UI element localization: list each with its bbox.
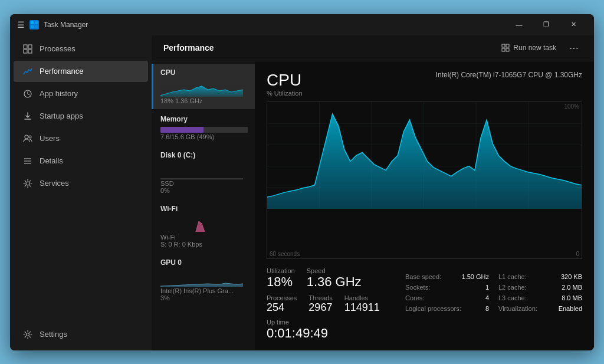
detail-header: CPU % Utilization Intel(R) Core(TM) i7-1… bbox=[267, 71, 582, 99]
users-icon bbox=[23, 134, 32, 143]
content-area: Processes Performance App history bbox=[10, 35, 594, 350]
disk-sub: SSD bbox=[160, 180, 248, 187]
device-item-memory[interactable]: CPU Memory 7.6/15.6 GB (49%) bbox=[152, 110, 255, 145]
sidebar-label-startup-apps: Startup apps bbox=[40, 112, 83, 120]
svg-point-10 bbox=[29, 136, 31, 138]
bottom-stats: Utilization 18% Speed 1.36 GHz bbox=[267, 267, 582, 341]
sidebar-item-details[interactable]: Details bbox=[14, 150, 148, 172]
utilization-value: 18% bbox=[267, 274, 295, 290]
sidebar-label-processes: Processes bbox=[40, 44, 76, 53]
details-icon bbox=[23, 156, 32, 166]
sidebar-label-performance: Performance bbox=[40, 67, 83, 76]
base-speed-row: Base speed: 1.50 GHz bbox=[405, 272, 489, 281]
svg-rect-16 bbox=[502, 44, 505, 47]
svg-point-15 bbox=[27, 333, 29, 336]
l3-row: L3 cache: 8.0 MB bbox=[498, 293, 582, 303]
device-item-gpu[interactable]: GPU 0 Intel(R) Iris(R) Plus Gra... 3% bbox=[152, 254, 255, 306]
utilization-label: Utilization bbox=[267, 267, 295, 274]
detail-subtitle: Intel(R) Core(TM) i7-1065G7 CPU @ 1.30GH… bbox=[436, 71, 582, 79]
minimize-button[interactable]: — bbox=[505, 15, 533, 34]
sockets-label: Sockets: bbox=[405, 284, 430, 291]
threads-value: 2967 bbox=[308, 301, 332, 314]
more-options-button[interactable]: ⋯ bbox=[566, 40, 582, 56]
svg-rect-3 bbox=[35, 25, 38, 28]
performance-icon bbox=[23, 67, 32, 76]
chart-time-label: 60 seconds bbox=[270, 251, 300, 257]
threads-block: Threads 2967 bbox=[308, 294, 332, 314]
l3-value: 8.0 MB bbox=[562, 294, 582, 301]
chart-max-label: 100% bbox=[564, 103, 579, 110]
wifi-sub: Wi-Fi bbox=[160, 234, 248, 241]
sidebar-label-users: Users bbox=[40, 134, 60, 143]
main-panel: Performance Run new task ⋯ bbox=[152, 35, 594, 350]
virtualization-value: Enabled bbox=[559, 305, 582, 312]
main-content: CPU bbox=[152, 61, 594, 350]
uptime-block: Up time 0:01:49:49 bbox=[267, 319, 405, 341]
l2-label: L2 cache: bbox=[498, 284, 527, 291]
svg-point-14 bbox=[26, 182, 29, 185]
virtualization-row: Virtualization: Enabled bbox=[498, 304, 582, 313]
wifi-value: S: 0 R: 0 Kbps bbox=[160, 241, 248, 248]
svg-rect-18 bbox=[502, 48, 505, 51]
sidebar-label-app-history: App history bbox=[40, 89, 78, 98]
bottom-left-stats: Utilization 18% Speed 1.36 GHz bbox=[267, 267, 405, 341]
processes-threads-handles-stats: Processes 254 Threads 2967 Handles 11491… bbox=[267, 294, 405, 314]
cpu-mini-chart bbox=[160, 79, 248, 97]
title-bar-left: ☰ Task Manager bbox=[17, 20, 505, 29]
detail-util-label: % Utilization bbox=[267, 90, 303, 97]
gpu-sub: Intel(R) Iris(R) Plus Gra... bbox=[160, 287, 248, 294]
maximize-button[interactable]: ❐ bbox=[533, 15, 560, 34]
wifi-mini-chart bbox=[160, 215, 248, 233]
startup-apps-icon bbox=[23, 112, 32, 121]
close-button[interactable]: ✕ bbox=[560, 15, 587, 34]
detail-title: CPU bbox=[267, 71, 303, 90]
disk-mini-chart bbox=[160, 162, 248, 179]
svg-rect-2 bbox=[31, 25, 34, 28]
sidebar-item-settings[interactable]: Settings bbox=[14, 324, 148, 345]
svg-rect-17 bbox=[506, 44, 509, 47]
l2-row: L2 cache: 2.0 MB bbox=[498, 283, 582, 292]
svg-rect-5 bbox=[28, 45, 32, 48]
cpu-sub: 18% 1.36 GHz bbox=[160, 97, 248, 104]
sidebar-item-services[interactable]: Services bbox=[14, 173, 148, 194]
device-item-wifi[interactable]: Wi-Fi Wi-Fi S: 0 R: 0 Kbps bbox=[152, 200, 255, 252]
memory-sub: 7.6/15.6 GB (49%) bbox=[160, 133, 248, 140]
device-item-disk[interactable]: Disk 0 (C:) SSD 0% bbox=[152, 146, 255, 199]
app-icon bbox=[29, 20, 39, 29]
title-bar: ☰ Task Manager — ❐ ✕ bbox=[10, 14, 594, 35]
settings-icon bbox=[23, 330, 32, 339]
uptime-label: Up time bbox=[267, 319, 405, 326]
device-list: CPU bbox=[152, 61, 255, 350]
device-item-cpu[interactable]: CPU bbox=[152, 64, 255, 109]
sidebar-item-startup-apps[interactable]: Startup apps bbox=[14, 106, 148, 127]
cpu-chart-area: 100% 0 60 seconds bbox=[267, 101, 582, 259]
cpu-name: CPU bbox=[160, 68, 248, 77]
specs-grid: Base speed: 1.50 GHz L1 cache: 320 KB So… bbox=[405, 272, 582, 313]
wifi-name: Wi-Fi bbox=[160, 205, 248, 213]
l1-value: 320 KB bbox=[561, 273, 582, 280]
task-manager-window: ☰ Task Manager — ❐ ✕ bbox=[10, 14, 594, 350]
run-task-icon bbox=[501, 44, 510, 52]
processes-label: Processes bbox=[267, 294, 297, 301]
uptime-value: 0:01:49:49 bbox=[267, 326, 405, 341]
sidebar-item-users[interactable]: Users bbox=[14, 128, 148, 149]
gpu-mini-chart bbox=[160, 269, 248, 287]
sidebar-item-performance[interactable]: Performance bbox=[14, 61, 148, 82]
memory-name-label: Memory bbox=[160, 115, 248, 123]
base-speed-label: Base speed: bbox=[405, 273, 441, 280]
utilization-block: Utilization 18% bbox=[267, 267, 295, 290]
window-title: Task Manager bbox=[44, 21, 88, 29]
run-new-task-label: Run new task bbox=[513, 44, 556, 52]
sidebar-item-processes[interactable]: Processes bbox=[14, 38, 148, 60]
processes-value: 254 bbox=[267, 301, 297, 314]
cores-row: Cores: 4 bbox=[405, 293, 489, 303]
utilization-speed-stats: Utilization 18% Speed 1.36 GHz bbox=[267, 267, 405, 290]
svg-rect-0 bbox=[31, 21, 34, 24]
hamburger-icon[interactable]: ☰ bbox=[17, 20, 25, 29]
services-icon bbox=[23, 179, 32, 188]
main-header-title: Performance bbox=[163, 43, 214, 53]
svg-rect-6 bbox=[24, 50, 27, 53]
run-new-task-button[interactable]: Run new task bbox=[497, 41, 561, 54]
sidebar-item-app-history[interactable]: App history bbox=[14, 83, 148, 104]
logical-label: Logical processors: bbox=[405, 305, 461, 312]
